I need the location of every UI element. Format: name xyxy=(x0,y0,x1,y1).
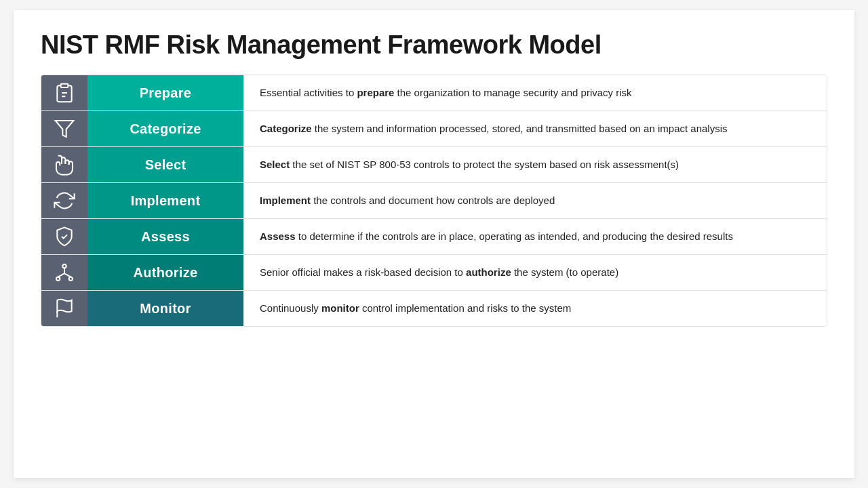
select-description: Select the set of NIST SP 800-53 control… xyxy=(243,147,827,182)
monitor-label: Monitor xyxy=(87,291,243,326)
slide: NIST RMF Risk Management Framework Model… xyxy=(14,10,854,478)
shield-icon xyxy=(41,219,87,254)
clipboard-icon xyxy=(41,75,87,110)
row-select: Select Select the set of NIST SP 800-53 … xyxy=(41,147,827,183)
filter-icon xyxy=(41,111,87,146)
refresh-icon xyxy=(41,183,87,218)
page-title: NIST RMF Risk Management Framework Model xyxy=(41,30,827,60)
row-categorize: Categorize Categorize the system and inf… xyxy=(41,111,827,147)
assess-description: Assess to determine if the controls are … xyxy=(243,219,827,254)
svg-point-6 xyxy=(69,277,73,281)
implement-label: Implement xyxy=(87,183,243,218)
svg-point-5 xyxy=(56,277,60,281)
framework-table: Prepare Essential activities to prepare … xyxy=(41,75,827,327)
row-authorize: Authorize Senior official makes a risk-b… xyxy=(41,255,827,291)
authorize-description: Senior official makes a risk-based decis… xyxy=(243,255,827,290)
svg-line-9 xyxy=(64,273,71,277)
select-label: Select xyxy=(87,147,243,182)
row-assess: Assess Assess to determine if the contro… xyxy=(41,219,827,255)
categorize-label: Categorize xyxy=(87,111,243,146)
prepare-description: Essential activities to prepare the orga… xyxy=(243,75,827,110)
row-monitor: Monitor Continuously monitor control imp… xyxy=(41,291,827,326)
hand-pointer-icon xyxy=(41,147,87,182)
prepare-label: Prepare xyxy=(87,75,243,110)
implement-description: Implement the controls and document how … xyxy=(243,183,827,218)
svg-line-8 xyxy=(58,273,64,277)
row-prepare: Prepare Essential activities to prepare … xyxy=(41,75,827,111)
network-icon xyxy=(41,255,87,290)
flag-icon xyxy=(41,291,87,326)
monitor-description: Continuously monitor control implementat… xyxy=(243,291,827,326)
assess-label: Assess xyxy=(87,219,243,254)
categorize-description: Categorize the system and information pr… xyxy=(243,111,827,146)
authorize-label: Authorize xyxy=(87,255,243,290)
svg-rect-0 xyxy=(61,84,68,87)
svg-marker-3 xyxy=(56,121,74,137)
svg-point-4 xyxy=(62,264,66,268)
row-implement: Implement Implement the controls and doc… xyxy=(41,183,827,219)
